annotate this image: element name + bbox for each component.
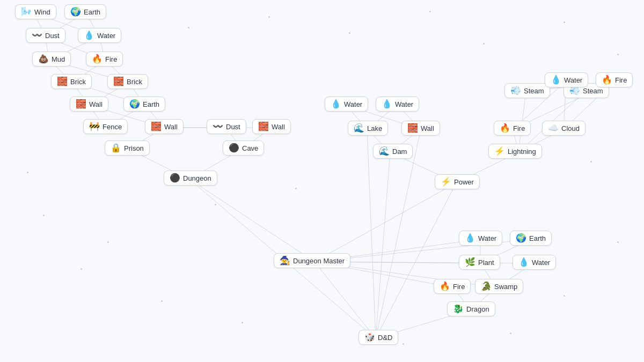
background-dot xyxy=(429,11,431,12)
node-dust2[interactable]: 〰️Dust xyxy=(207,119,246,134)
node-icon-wall2: 🧱 xyxy=(151,122,162,131)
background-dot xyxy=(241,322,243,323)
node-label-lake: Lake xyxy=(367,124,382,132)
node-label-brick1: Brick xyxy=(70,78,86,86)
node-plant[interactable]: 🌿Plant xyxy=(459,255,500,270)
node-dragon[interactable]: 🐉Dragon xyxy=(447,301,495,316)
node-fire1[interactable]: 🔥Fire xyxy=(86,51,123,67)
node-label-power: Power xyxy=(454,178,474,186)
node-label-wall3: Wall xyxy=(272,123,285,131)
background-dot xyxy=(188,27,189,28)
node-dust1[interactable]: 〰️Dust xyxy=(26,28,65,43)
background-dot xyxy=(590,161,592,162)
node-fence[interactable]: 🚧Fence xyxy=(83,119,128,134)
node-icon-brick1: 🧱 xyxy=(57,77,68,86)
node-label-steam2: Steam xyxy=(583,87,603,95)
node-label-wall4: Wall xyxy=(421,124,434,132)
node-label-dnd: D&D xyxy=(378,334,392,342)
background-dot xyxy=(617,54,619,55)
node-label-fire1: Fire xyxy=(105,55,117,63)
node-steam1[interactable]: 💨Steam xyxy=(504,83,550,98)
background-dot xyxy=(80,268,82,270)
node-label-earth2: Earth xyxy=(143,100,159,108)
node-icon-steam1: 💨 xyxy=(510,86,521,95)
node-icon-wall4: 🧱 xyxy=(407,124,418,132)
node-label-dust1: Dust xyxy=(45,32,60,40)
node-label-fire4: Fire xyxy=(453,283,465,291)
node-label-swamp: Swamp xyxy=(494,283,517,291)
edge-line xyxy=(314,183,456,262)
node-cloud[interactable]: ☁️Cloud xyxy=(542,121,586,136)
node-fire4[interactable]: 🔥Fire xyxy=(434,279,471,294)
node-label-mud: Mud xyxy=(52,55,65,63)
node-water1[interactable]: 💧Water xyxy=(78,28,121,43)
node-icon-swamp: 🐊 xyxy=(481,282,492,291)
edge-line xyxy=(376,183,456,338)
edge-line xyxy=(314,262,376,338)
node-water4[interactable]: 💧Water xyxy=(545,72,588,87)
node-icon-steam2: 💨 xyxy=(569,86,580,95)
node-wall2[interactable]: 🧱Wall xyxy=(145,119,184,134)
background-dot xyxy=(617,241,619,243)
node-water6[interactable]: 💧Water xyxy=(513,255,556,270)
node-label-dungeon_master: Dungeon Master xyxy=(293,257,345,265)
node-icon-dnd: 🎲 xyxy=(364,333,375,342)
node-label-cave: Cave xyxy=(242,144,258,152)
node-water2[interactable]: 💧Water xyxy=(325,97,368,112)
node-icon-dust1: 〰️ xyxy=(32,31,42,40)
node-label-water6: Water xyxy=(532,258,550,267)
node-icon-fence: 🚧 xyxy=(89,122,100,131)
node-cave[interactable]: ⚫Cave xyxy=(223,141,264,156)
node-water3[interactable]: 💧Water xyxy=(376,97,419,112)
node-label-water4: Water xyxy=(564,76,582,84)
node-icon-wall1: 🧱 xyxy=(76,100,86,108)
node-dam[interactable]: 🌊Dam xyxy=(373,144,413,159)
node-earth3[interactable]: 🌍Earth xyxy=(510,231,552,246)
background-dot xyxy=(402,343,404,345)
node-water5[interactable]: 💧Water xyxy=(459,231,502,246)
node-fire3[interactable]: 🔥Fire xyxy=(494,121,531,136)
node-icon-fire2: 🔥 xyxy=(602,76,612,84)
node-icon-cave: ⚫ xyxy=(229,144,239,152)
node-icon-dam: 🌊 xyxy=(379,147,390,156)
edge-line xyxy=(189,179,314,262)
node-wind[interactable]: 🌬️Wind xyxy=(15,4,56,19)
node-swamp[interactable]: 🐊Swamp xyxy=(475,279,523,294)
node-lake[interactable]: 🌊Lake xyxy=(348,121,388,136)
node-icon-fire3: 🔥 xyxy=(500,124,510,132)
node-label-water3: Water xyxy=(395,100,413,108)
node-icon-dragon: 🐉 xyxy=(453,305,464,313)
node-wall4[interactable]: 🧱Wall xyxy=(401,121,440,136)
node-dungeon_master[interactable]: 🧙Dungeon Master xyxy=(274,253,350,268)
node-wall1[interactable]: 🧱Wall xyxy=(70,97,108,112)
node-icon-water4: 💧 xyxy=(551,76,561,84)
node-icon-lake: 🌊 xyxy=(354,124,364,132)
node-label-steam1: Steam xyxy=(524,87,544,95)
background-dot xyxy=(510,333,511,334)
background-dot xyxy=(215,204,216,205)
node-lightning[interactable]: ⚡Lightning xyxy=(488,144,542,159)
background-dot xyxy=(268,16,270,18)
node-mud[interactable]: 💩Mud xyxy=(32,51,71,67)
node-label-fire2: Fire xyxy=(615,76,627,84)
node-icon-earth3: 🌍 xyxy=(516,234,526,242)
node-earth2[interactable]: 🌍Earth xyxy=(123,97,165,112)
node-brick1[interactable]: 🧱Brick xyxy=(51,74,92,89)
node-brick2[interactable]: 🧱Brick xyxy=(107,74,148,89)
edge-line xyxy=(367,129,376,338)
node-dnd[interactable]: 🎲D&D xyxy=(358,330,398,345)
node-earth1[interactable]: 🌍Earth xyxy=(64,4,106,19)
node-label-earth3: Earth xyxy=(529,234,546,242)
node-icon-plant: 🌿 xyxy=(465,258,475,267)
node-label-wind: Wind xyxy=(34,8,50,16)
node-label-dust2: Dust xyxy=(226,123,240,131)
node-label-water5: Water xyxy=(478,234,496,242)
node-power[interactable]: ⚡Power xyxy=(435,174,480,189)
node-wall3[interactable]: 🧱Wall xyxy=(252,119,291,134)
node-icon-fire4: 🔥 xyxy=(440,282,450,291)
node-prison[interactable]: 🔒Prison xyxy=(105,141,150,156)
node-fire2[interactable]: 🔥Fire xyxy=(596,72,633,87)
node-icon-earth1: 🌍 xyxy=(70,8,81,16)
node-icon-dungeon_master: 🧙 xyxy=(280,256,290,265)
node-dungeon[interactable]: ⚫Dungeon xyxy=(164,171,217,186)
